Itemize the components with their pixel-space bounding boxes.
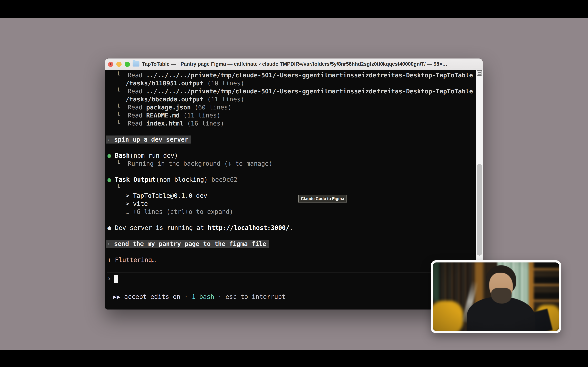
text-segment: /tasks/bbcadda.output: [126, 96, 203, 103]
text-segment: └ Running in the background (↓ to manage…: [116, 160, 272, 167]
text-segment: http://localhost:3000/: [208, 224, 289, 231]
text-segment: (npm run dev): [130, 152, 178, 159]
text-segment: (60 lines): [191, 104, 232, 111]
text-segment: spin up a dev server: [114, 136, 188, 143]
text-segment: package.json: [146, 104, 191, 111]
terminal-line: └ Read ../../../../private/tmp/claude-50…: [116, 87, 473, 95]
folder-icon: [133, 61, 139, 67]
text-segment: README.md: [146, 112, 180, 119]
status-bar: ▶▶ accept edits on · 1 bash · esc to int…: [113, 293, 285, 301]
text-segment: … +6 lines (ctrl+o to expand): [126, 208, 233, 215]
terminal-line: … +6 lines (ctrl+o to expand): [126, 208, 233, 216]
terminal-content[interactable]: └ Read ../../../../private/tmp/claude-50…: [105, 70, 483, 309]
text-cursor: [114, 275, 118, 283]
terminal-line: /tasks/b110951.output (10 lines): [126, 79, 244, 87]
claude-code-to-figma-tooltip: Claude Code to Figma: [298, 195, 347, 202]
terminal-line: └: [116, 184, 120, 192]
status-segment: 1 bash: [192, 293, 214, 300]
terminal-line: ● Task Output(non-blocking) bec9c62: [107, 176, 237, 184]
terminal-lines: └ Read ../../../../private/tmp/claude-50…: [105, 70, 476, 309]
terminal-line: /tasks/bbcadda.output (11 lines): [126, 95, 244, 103]
status-segment: accept edits on: [124, 293, 181, 300]
screen: TapToTable — · Pantry page Figma — caffe…: [0, 0, 588, 367]
status-segment: ·: [181, 293, 192, 300]
text-segment: ●: [107, 224, 115, 231]
webcam-overlay: [431, 260, 561, 333]
user-command-line: › send the my pantry page to the figma f…: [106, 240, 269, 248]
terminal-line: ● Bash(npm run dev): [107, 151, 178, 159]
text-segment: (10 lines): [203, 80, 244, 87]
status-segment: ▶▶: [113, 293, 124, 300]
terminal-line: └ Read index.html (16 lines): [116, 119, 224, 127]
text-segment: send the my pantry page to the figma fil…: [114, 240, 266, 247]
window-titlebar[interactable]: TapToTable — · Pantry page Figma — caffe…: [105, 58, 483, 70]
webcam-video: [433, 262, 559, 331]
zoom-button[interactable]: [125, 62, 130, 67]
text-segment: └ Read: [116, 120, 146, 127]
scrollbar-top-marker-icon: [477, 70, 482, 76]
text-segment: (non-blocking): [156, 176, 208, 183]
text-segment: └ Read: [116, 88, 146, 95]
minimize-button[interactable]: [116, 62, 121, 67]
terminal-line: ● Dev server is running at http://localh…: [107, 224, 293, 232]
text-segment: ›: [107, 136, 114, 143]
text-segment: ●: [107, 176, 115, 183]
terminal-line: > TapToTable@0.1.0 dev: [126, 192, 207, 200]
window-title: TapToTable — · Pantry page Figma — caffe…: [142, 58, 477, 70]
terminal-line: + Fluttering…: [107, 256, 156, 264]
letterbox-top: [0, 0, 588, 18]
text-segment: index.html: [146, 120, 183, 127]
text-segment: (11 lines): [180, 112, 221, 119]
terminal-line: └ Read README.md (11 lines): [116, 111, 221, 119]
terminal-line: └ Read ../../../../private/tmp/claude-50…: [116, 71, 473, 79]
letterbox-bottom: [0, 350, 588, 367]
text-segment: > vite: [126, 200, 148, 207]
text-segment: ../../../../private/tmp/claude-501/-User…: [146, 88, 473, 95]
status-segment: ·: [214, 293, 225, 300]
text-segment: .: [289, 224, 293, 231]
text-segment: ../../../../private/tmp/claude-501/-User…: [146, 72, 473, 79]
text-segment: └: [116, 184, 120, 191]
text-segment: └ Read: [116, 72, 146, 79]
terminal-line: └ Read package.json (60 lines): [116, 103, 232, 111]
prompt-chevron-icon: ›: [107, 275, 111, 283]
terminal-line: └ Running in the background (↓ to manage…: [116, 159, 272, 168]
scrollbar-thumb[interactable]: [477, 164, 482, 256]
text-segment: > TapToTable@0.1.0 dev: [126, 192, 207, 199]
text-segment: └ Read: [116, 112, 146, 119]
terminal-line: > vite: [126, 200, 148, 208]
text-segment: Dev server is running at: [115, 224, 208, 231]
text-segment: ›: [107, 240, 114, 247]
close-button[interactable]: [108, 62, 113, 67]
text-segment: bec9c62: [208, 176, 237, 183]
text-segment: /tasks/b110951.output: [126, 80, 203, 87]
prompt-divider-bottom: [107, 288, 474, 288]
text-segment: ●: [107, 152, 115, 159]
prompt-divider-top: [107, 272, 474, 273]
terminal-window: TapToTable — · Pantry page Figma — caffe…: [105, 58, 483, 309]
user-command-line: › spin up a dev server: [106, 135, 191, 143]
text-segment: + Fluttering…: [107, 256, 156, 263]
text-segment: (11 lines): [203, 96, 244, 103]
text-segment: Task Output: [115, 176, 156, 183]
status-segment: esc to interrupt: [225, 293, 285, 300]
text-segment: (16 lines): [183, 120, 224, 127]
text-segment: Bash: [115, 152, 130, 159]
text-segment: └ Read: [116, 104, 146, 111]
vignette: [433, 262, 559, 331]
